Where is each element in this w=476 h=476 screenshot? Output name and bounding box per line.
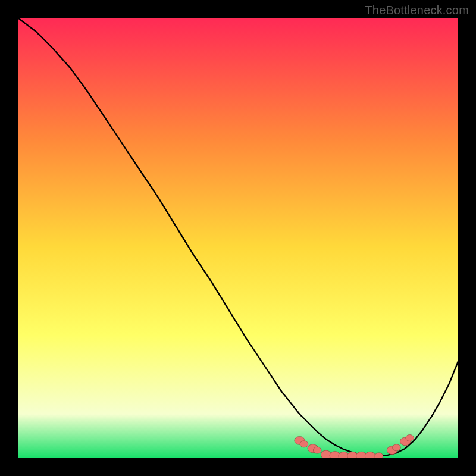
gradient-background bbox=[18, 18, 458, 458]
gradient-plot bbox=[18, 18, 458, 458]
curve-marker bbox=[406, 434, 414, 441]
curve-marker bbox=[300, 441, 308, 447]
curve-marker bbox=[375, 453, 383, 458]
chart-root: { "watermark": "TheBottleneck.com", "col… bbox=[0, 0, 476, 476]
curve-marker bbox=[393, 444, 401, 451]
watermark-text: TheBottleneck.com bbox=[365, 4, 469, 17]
curve-marker bbox=[313, 447, 321, 453]
plot-svg bbox=[18, 18, 458, 458]
